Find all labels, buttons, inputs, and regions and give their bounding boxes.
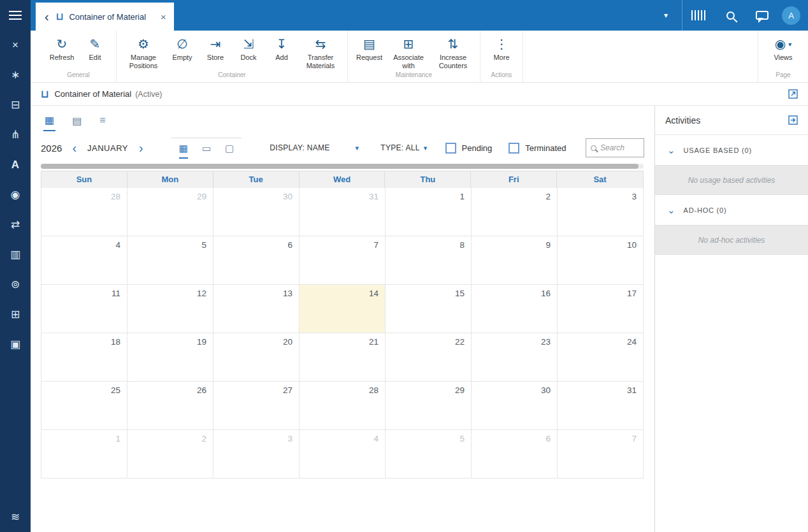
search-box[interactable] (586, 138, 644, 157)
views-button[interactable]: ◉ ▾ Views (768, 35, 798, 63)
manage-positions-button[interactable]: ⚙Manage Positions (123, 35, 164, 71)
activity-section-header[interactable]: ⌄USAGE BASED (0) (655, 135, 808, 165)
reports-icon[interactable]: ▥ (0, 240, 31, 270)
apps-icon[interactable]: ∗ (0, 60, 31, 90)
type-filter-dropdown[interactable]: TYPE: ALL ▾ (380, 143, 427, 152)
calendar-day[interactable]: 15 (386, 285, 472, 333)
calendar-day[interactable]: 28 (299, 382, 386, 430)
increase-counters-button[interactable]: ⇅Increase Counters (433, 35, 473, 71)
day-view-icon[interactable]: ▢ (225, 143, 234, 159)
calendar-day[interactable]: 13 (213, 285, 299, 333)
calendar-day[interactable]: 17 (558, 285, 644, 333)
activity-section-header[interactable]: ⌄AD-HOC (0) (655, 195, 808, 225)
avatar[interactable]: A (782, 6, 800, 25)
agenda-view-icon[interactable]: ▤ (71, 110, 83, 131)
prev-month-chevron[interactable]: ‹ (62, 141, 87, 154)
calendar-day[interactable]: 2 (127, 430, 213, 478)
calendar-day[interactable]: 19 (127, 333, 213, 382)
calendar-day[interactable]: 24 (558, 333, 644, 382)
calendar-day[interactable]: 4 (299, 430, 386, 478)
calendar-day[interactable]: 29 (127, 188, 213, 236)
calendar-day[interactable]: 20 (213, 333, 299, 382)
back-chevron-icon[interactable]: ‹ (43, 10, 50, 23)
window-icon[interactable]: ▣ (0, 329, 31, 359)
calendar-day[interactable]: 3 (213, 430, 299, 478)
dock-button[interactable]: ⇲Dock (234, 35, 263, 63)
calendar-grid: 2829303112345678910111213141516171819202… (41, 188, 644, 478)
request-button[interactable]: ▤Request (354, 35, 384, 63)
chat-icon[interactable] (746, 0, 778, 31)
hierarchy-icon[interactable]: ⋔ (0, 120, 31, 150)
calendar-day[interactable]: 30 (472, 382, 558, 430)
calendar-day[interactable]: 4 (41, 236, 127, 285)
add-button[interactable]: ↧Add (267, 35, 296, 63)
calendar-day[interactable]: 6 (472, 430, 558, 478)
data-icon[interactable]: ⊞ (0, 299, 31, 329)
transfer-materials-button[interactable]: ⇆Transfer Materials (300, 35, 341, 71)
calendar-day[interactable]: 7 (558, 430, 644, 478)
search-icon[interactable] (714, 0, 746, 31)
calendar-day[interactable]: 26 (127, 382, 213, 430)
transfer-icon[interactable]: ⇄ (0, 210, 31, 240)
signal-icon[interactable]: ≋ (0, 502, 31, 532)
calendar-day[interactable]: 16 (472, 285, 558, 333)
calendar-day[interactable]: 9 (472, 236, 558, 285)
calendar-day[interactable]: 25 (41, 382, 127, 430)
calendar-day[interactable]: 18 (41, 333, 127, 382)
calendar-day[interactable]: 23 (472, 333, 558, 382)
search-input[interactable] (600, 143, 637, 152)
calendar-day[interactable]: 21 (299, 333, 386, 382)
automation-icon[interactable]: ⊚ (0, 270, 31, 299)
calendar-day[interactable]: 11 (41, 285, 127, 333)
more-button[interactable]: ⋮More (487, 35, 516, 63)
open-panel-icon[interactable] (788, 115, 798, 125)
next-month-chevron[interactable]: › (129, 141, 154, 154)
edit-button[interactable]: ✎Edit (80, 35, 110, 63)
display-filter-dropdown[interactable]: DISPLAY: NAME ▾ (270, 143, 359, 152)
popout-icon[interactable] (788, 89, 798, 99)
scrollbar-thumb[interactable] (41, 164, 638, 169)
calendar-day[interactable]: 22 (386, 333, 472, 382)
calendar-day[interactable]: 1 (41, 430, 127, 478)
day-header: Thu (385, 171, 471, 188)
list-view-icon[interactable]: ≡ (98, 110, 106, 130)
store-button[interactable]: ⇥Store (201, 35, 230, 63)
calendar-day[interactable]: 12 (127, 285, 213, 333)
week-view-icon[interactable]: ▭ (202, 143, 211, 159)
refresh-button[interactable]: ↻Refresh (47, 35, 76, 63)
calendar-day[interactable]: 10 (558, 236, 644, 285)
month-view-icon[interactable]: ▦ (179, 143, 188, 159)
empty-button[interactable]: ∅Empty (168, 35, 197, 63)
calendar-day[interactable]: 27 (213, 382, 299, 430)
calendar-day[interactable]: 7 (299, 236, 386, 285)
calendar-view-icon[interactable]: ▦ (43, 109, 55, 131)
calendar-day[interactable]: 3 (558, 188, 644, 236)
calendar-day[interactable]: 5 (386, 430, 472, 478)
dropdown-caret-icon[interactable]: ▾ (650, 0, 682, 31)
calendar-day[interactable]: 6 (213, 236, 299, 285)
ribbon-group-page: ◉ ▾ Views Page (758, 31, 808, 82)
calendar-day[interactable]: 5 (127, 236, 213, 285)
calendar-day[interactable]: 30 (213, 188, 299, 236)
chevron-down-icon: ⌄ (667, 205, 675, 215)
tab-close-icon[interactable]: × (161, 11, 166, 22)
calendar-day[interactable]: 29 (386, 382, 472, 430)
calendar-day[interactable]: 14 (299, 285, 386, 333)
terminated-checkbox[interactable]: Terminated (509, 143, 566, 154)
fonts-icon[interactable]: A (0, 150, 31, 180)
barcode-icon[interactable] (682, 0, 714, 31)
calendar-day[interactable]: 28 (41, 188, 127, 236)
calendar-day[interactable]: 8 (386, 236, 472, 285)
pending-checkbox[interactable]: Pending (445, 143, 493, 154)
database-icon[interactable]: ⊟ (0, 90, 31, 120)
calendar-day[interactable]: 31 (558, 382, 644, 430)
tab-container-of-material[interactable]: ‹ ⊔ Container of Material × (36, 3, 174, 31)
associate-icon: ⊞ (403, 36, 414, 52)
associate-with-button[interactable]: ⊞Associate with (388, 35, 429, 71)
calendar-day[interactable]: 2 (472, 188, 558, 236)
calendar-day[interactable]: 31 (299, 188, 386, 236)
menu-icon[interactable] (0, 0, 31, 30)
close-icon[interactable]: × (0, 30, 31, 60)
targets-icon[interactable]: ◉ (0, 180, 31, 210)
calendar-day[interactable]: 1 (386, 188, 472, 236)
